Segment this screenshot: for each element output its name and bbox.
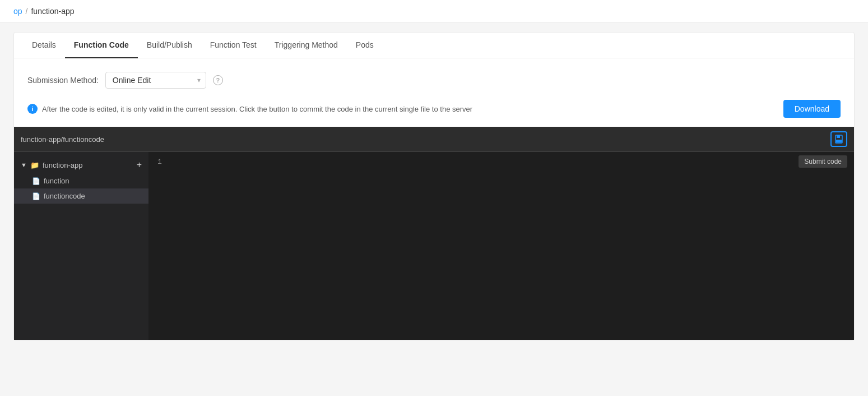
tab-pods[interactable]: Pods (347, 33, 383, 58)
download-button[interactable]: Download (783, 100, 841, 118)
code-area[interactable]: 1 Submit code (148, 152, 854, 340)
line-number-1: 1 (157, 158, 162, 166)
tree-file-function[interactable]: 📄 function (14, 173, 148, 188)
submit-tooltip: Submit code (799, 155, 847, 168)
main-container: Details Function Code Build/Publish Func… (13, 32, 855, 340)
tab-function-code[interactable]: Function Code (65, 33, 138, 58)
info-left: i After the code is edited, it is only v… (27, 104, 774, 114)
editor-container: function-app/functioncode ▼ 📁 function-a… (14, 127, 854, 340)
file-tree: ▼ 📁 function-app + 📄 function 📄 function… (14, 152, 148, 340)
file-icon: 📄 (32, 177, 40, 185)
info-bar: i After the code is edited, it is only v… (27, 100, 841, 127)
folder-icon: 📁 (30, 161, 39, 169)
tab-triggering-method[interactable]: Triggering Method (266, 33, 347, 58)
breadcrumb-bar: op / function-app (0, 0, 868, 23)
svg-rect-1 (837, 135, 840, 138)
submission-method-row: Submission Method: Online Edit Upload ZI… (27, 72, 841, 89)
editor-body: ▼ 📁 function-app + 📄 function 📄 function… (14, 152, 854, 340)
file-icon-2: 📄 (32, 192, 40, 200)
tree-file-functioncode[interactable]: 📄 functioncode (14, 188, 148, 204)
tree-file-functioncode-label: functioncode (44, 192, 85, 200)
tab-details[interactable]: Details (23, 33, 65, 58)
info-text: After the code is edited, it is only val… (42, 105, 472, 113)
tab-build-publish[interactable]: Build/Publish (138, 33, 201, 58)
save-button[interactable] (830, 131, 847, 147)
tree-file-function-label: function (44, 177, 69, 185)
submission-select[interactable]: Online Edit Upload ZIP Upload Image (105, 72, 206, 89)
breadcrumb-current: function-app (31, 7, 74, 16)
tab-bar: Details Function Code Build/Publish Func… (14, 33, 854, 58)
content-area: Submission Method: Online Edit Upload ZI… (14, 58, 854, 127)
tab-function-test[interactable]: Function Test (201, 33, 266, 58)
help-icon[interactable]: ? (213, 75, 223, 85)
info-circle-icon: i (27, 104, 38, 114)
editor-path: function-app/functioncode (21, 135, 104, 144)
svg-rect-2 (836, 140, 842, 142)
breadcrumb-separator: / (26, 7, 28, 16)
submission-select-wrapper: Online Edit Upload ZIP Upload Image ▾ (105, 72, 206, 89)
tree-root-item[interactable]: ▼ 📁 function-app + (14, 156, 148, 173)
tree-root-label: function-app (43, 161, 83, 169)
submission-label: Submission Method: (27, 76, 99, 85)
editor-header: function-app/functioncode (14, 127, 854, 152)
add-icon[interactable]: + (137, 160, 142, 170)
chevron-icon: ▼ (21, 162, 27, 168)
breadcrumb-link[interactable]: op (13, 7, 22, 16)
